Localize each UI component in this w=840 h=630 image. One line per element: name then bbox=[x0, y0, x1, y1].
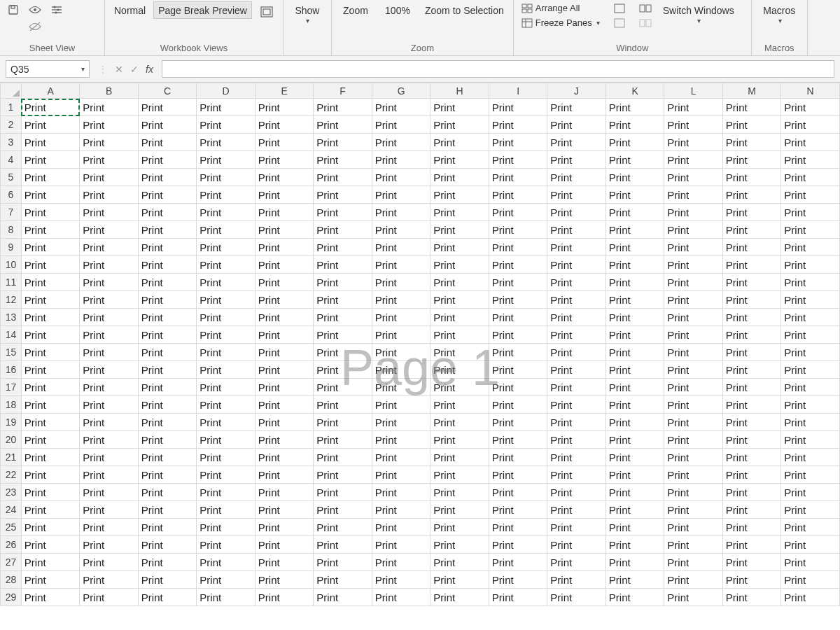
cell[interactable]: Print bbox=[255, 99, 314, 116]
cell[interactable]: Print bbox=[314, 431, 372, 449]
cell[interactable]: Print bbox=[430, 501, 489, 519]
cell[interactable]: Print bbox=[430, 274, 489, 291]
cell[interactable]: Print bbox=[21, 519, 80, 536]
cell[interactable]: Print bbox=[21, 379, 80, 396]
cell[interactable]: Print bbox=[80, 204, 139, 221]
cell[interactable]: Print bbox=[255, 361, 314, 379]
cell[interactable]: Print bbox=[255, 169, 314, 186]
cell[interactable]: Print bbox=[197, 449, 255, 466]
cell[interactable]: Print bbox=[80, 466, 139, 484]
cell[interactable]: Print bbox=[547, 116, 606, 134]
cell[interactable]: Print bbox=[138, 204, 197, 221]
cell[interactable]: Print bbox=[606, 501, 664, 519]
cell[interactable]: Print bbox=[606, 536, 664, 554]
cell[interactable]: Print bbox=[489, 204, 547, 221]
cell[interactable]: Print bbox=[664, 501, 723, 519]
cell[interactable]: Print bbox=[664, 379, 723, 396]
cell[interactable]: Print bbox=[722, 589, 781, 606]
cell[interactable]: Print bbox=[664, 484, 723, 501]
cell[interactable]: Print bbox=[197, 291, 255, 309]
cell[interactable]: Print bbox=[255, 221, 314, 239]
cell[interactable]: Print bbox=[722, 536, 781, 554]
cell[interactable]: Print bbox=[21, 589, 80, 606]
cell[interactable]: Print bbox=[547, 396, 606, 414]
row-header[interactable]: 28 bbox=[1, 571, 22, 589]
fx-label[interactable]: fx bbox=[146, 64, 153, 75]
cell[interactable]: Print bbox=[489, 484, 547, 501]
cell[interactable]: Print bbox=[664, 99, 723, 116]
cell[interactable]: Print bbox=[197, 396, 255, 414]
cell[interactable]: Print bbox=[372, 396, 430, 414]
cell[interactable]: Print bbox=[489, 169, 547, 186]
cell[interactable]: Print bbox=[489, 554, 547, 571]
row-header[interactable]: 5 bbox=[1, 169, 22, 186]
cell[interactable]: Print bbox=[606, 361, 664, 379]
cell[interactable]: Print bbox=[80, 484, 139, 501]
cell[interactable]: Print bbox=[21, 116, 80, 134]
cell[interactable]: Print bbox=[80, 344, 139, 361]
cell[interactable]: Print bbox=[781, 379, 840, 396]
cell[interactable]: Print bbox=[606, 274, 664, 291]
sheet-table[interactable]: ABCDEFGHIJKLMN1PrintPrintPrintPrintPrint… bbox=[0, 83, 840, 606]
arrange-all-button[interactable]: Arrange All bbox=[518, 1, 603, 15]
cell[interactable]: Print bbox=[781, 134, 840, 151]
cell[interactable]: Print bbox=[547, 256, 606, 274]
cell[interactable]: Print bbox=[547, 449, 606, 466]
row-header[interactable]: 7 bbox=[1, 204, 22, 221]
row-header[interactable]: 9 bbox=[1, 239, 22, 256]
cell[interactable]: Print bbox=[138, 361, 197, 379]
cell[interactable]: Print bbox=[314, 501, 372, 519]
cell[interactable]: Print bbox=[80, 169, 139, 186]
cell[interactable]: Print bbox=[197, 361, 255, 379]
cell[interactable]: Print bbox=[80, 449, 139, 466]
cell[interactable]: Print bbox=[372, 589, 430, 606]
cell[interactable]: Print bbox=[606, 554, 664, 571]
cell[interactable]: Print bbox=[372, 309, 430, 326]
cell[interactable]: Print bbox=[80, 431, 139, 449]
cell[interactable]: Print bbox=[80, 151, 139, 169]
cell[interactable]: Print bbox=[255, 414, 314, 431]
cell[interactable]: Print bbox=[138, 134, 197, 151]
cell[interactable]: Print bbox=[197, 519, 255, 536]
cell[interactable]: Print bbox=[372, 239, 430, 256]
cell[interactable]: Print bbox=[489, 571, 547, 589]
cell[interactable]: Print bbox=[489, 519, 547, 536]
cell[interactable]: Print bbox=[80, 239, 139, 256]
cell[interactable]: Print bbox=[606, 326, 664, 344]
cell[interactable]: Print bbox=[21, 204, 80, 221]
cell[interactable]: Print bbox=[489, 221, 547, 239]
cell[interactable]: Print bbox=[781, 326, 840, 344]
cell[interactable]: Print bbox=[372, 256, 430, 274]
cell[interactable]: Print bbox=[255, 274, 314, 291]
cell[interactable]: Print bbox=[138, 239, 197, 256]
cell[interactable]: Print bbox=[372, 536, 430, 554]
cell[interactable]: Print bbox=[21, 239, 80, 256]
cell[interactable]: Print bbox=[197, 116, 255, 134]
cell[interactable]: Print bbox=[606, 484, 664, 501]
row-header[interactable]: 17 bbox=[1, 379, 22, 396]
cell[interactable]: Print bbox=[21, 291, 80, 309]
cell[interactable]: Print bbox=[372, 186, 430, 204]
cell[interactable]: Print bbox=[21, 309, 80, 326]
cell[interactable]: Print bbox=[722, 414, 781, 431]
cell[interactable]: Print bbox=[664, 291, 723, 309]
cell[interactable]: Print bbox=[722, 291, 781, 309]
cell[interactable]: Print bbox=[722, 396, 781, 414]
cell[interactable]: Print bbox=[547, 134, 606, 151]
cell[interactable]: Print bbox=[664, 449, 723, 466]
cell[interactable]: Print bbox=[372, 204, 430, 221]
cell[interactable]: Print bbox=[722, 571, 781, 589]
cell[interactable]: Print bbox=[781, 274, 840, 291]
cell[interactable]: Print bbox=[606, 221, 664, 239]
cell[interactable]: Print bbox=[664, 414, 723, 431]
cell[interactable]: Print bbox=[547, 536, 606, 554]
cell[interactable]: Print bbox=[21, 344, 80, 361]
cell[interactable]: Print bbox=[430, 589, 489, 606]
zoom-button[interactable]: Zoom bbox=[336, 1, 375, 19]
cell[interactable]: Print bbox=[21, 186, 80, 204]
enter-icon[interactable]: ✓ bbox=[130, 64, 139, 75]
cell[interactable]: Print bbox=[138, 256, 197, 274]
cell[interactable]: Print bbox=[489, 344, 547, 361]
cell[interactable]: Print bbox=[722, 484, 781, 501]
cell[interactable]: Print bbox=[664, 554, 723, 571]
